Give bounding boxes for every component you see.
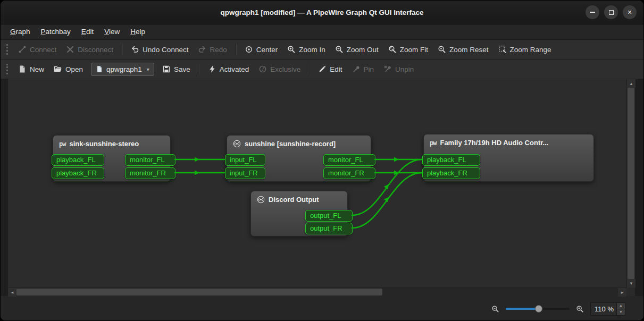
menu-patchbay[interactable]: Patchbay [36, 24, 76, 39]
pipewire-icon: pw [430, 139, 436, 147]
toolbar-drag-handle[interactable] [6, 64, 8, 74]
vertical-scrollbar-thumb[interactable] [628, 88, 634, 279]
connect-label: Connect [30, 46, 56, 54]
toolbar-separator [122, 44, 122, 55]
port-output-fl[interactable]: output_FL [305, 210, 353, 222]
patchbay-file-icon [96, 65, 103, 73]
port-monitor-fl[interactable]: monitor_FL [125, 154, 175, 166]
port-input-fr[interactable]: input_FR [225, 167, 265, 179]
toolbar-drag-handle[interactable] [6, 44, 8, 55]
disconnect-icon [66, 45, 74, 54]
activated-button[interactable]: Activated [203, 62, 254, 76]
zoom-in-button[interactable]: Zoom In [282, 43, 330, 56]
zoom-reset-button[interactable]: Zoom Reset [433, 43, 494, 56]
patchbay-selector-label: qpwgraph1 [106, 65, 142, 73]
port-output-fr[interactable]: output_FR [305, 223, 353, 234]
zoom-range-button[interactable]: Zoom Range [494, 43, 556, 56]
port-playback-fl[interactable]: playback_FL [52, 154, 104, 166]
scroll-up-button[interactable]: ▴ [627, 79, 635, 88]
node-title: Family 17h/19h HD Audio Contr... [440, 139, 548, 147]
node-header: pw Family 17h/19h HD Audio Contr... [424, 134, 593, 147]
menu-edit[interactable]: Edit [76, 24, 99, 39]
app-window: qpwgraph1 [modified] — A PipeWire Graph … [0, 0, 644, 321]
new-label: New [30, 65, 44, 73]
scroll-down-button[interactable]: ▾ [627, 279, 635, 288]
new-button[interactable]: New [13, 62, 49, 76]
close-icon: × [628, 9, 632, 16]
disconnect-label: Disconnect [78, 46, 113, 54]
exclusive-label: Exclusive [270, 65, 300, 73]
exclusive-circle-f-icon: f [258, 65, 267, 73]
maximize-icon [609, 10, 614, 15]
node-discord-output[interactable]: Discord Output output_FL output_FR [250, 191, 348, 236]
pin-label: Pin [364, 65, 374, 73]
zoom-fit-button[interactable]: Zoom Fit [383, 43, 433, 56]
spinbox-arrows: ▲ ▼ [616, 303, 625, 315]
pipewire-icon: pw [59, 140, 65, 148]
lightning-bolt-icon [208, 65, 216, 73]
node-sink-sunshine-stereo[interactable]: pw sink-sunshine-stereo playback_FL play… [53, 135, 171, 182]
record-stream-icon [233, 140, 241, 148]
node-family-hd-audio-controller[interactable]: pw Family 17h/19h HD Audio Contr... play… [423, 134, 594, 182]
zoom-slider[interactable] [506, 305, 570, 312]
node-header: pw sink-sunshine-stereo [53, 136, 170, 148]
toolbar-separator [236, 44, 236, 55]
zoom-in-icon[interactable] [576, 305, 584, 313]
save-button[interactable]: Save [157, 62, 195, 76]
undo-connect-label: Undo Connect [143, 46, 188, 54]
zoom-out-label: Zoom Out [347, 46, 379, 54]
redo-arrow-icon [198, 45, 206, 54]
toolbar-separator [199, 63, 199, 75]
patchbay-selector-dropdown[interactable]: qpwgraph1 ▾ [91, 63, 154, 76]
node-header: Discord Output [251, 191, 347, 204]
scroll-right-button[interactable]: ▸ [618, 288, 626, 297]
zoom-slider-handle[interactable] [535, 305, 542, 312]
node-header: sunshine [sunshine-record] [227, 136, 371, 148]
menu-graph[interactable]: Graph [5, 24, 36, 39]
scroll-right-icon: ▸ [621, 290, 624, 295]
activated-label: Activated [220, 65, 249, 73]
close-button[interactable]: × [623, 5, 637, 19]
zoom-percent-spinbox[interactable]: 110 % ▲ ▼ [590, 302, 625, 316]
zoom-reset-label: Zoom Reset [449, 46, 489, 54]
chevron-down-icon: ▾ [147, 66, 149, 72]
save-floppy-icon [162, 65, 171, 73]
titlebar[interactable]: qpwgraph1 [modified] — A PipeWire Graph … [1, 1, 643, 24]
vertical-scrollbar[interactable]: ▴ ▾ [626, 79, 635, 288]
edit-pencil-icon [318, 65, 327, 73]
pin-icon [352, 65, 361, 73]
undo-connect-button[interactable]: Undo Connect [126, 43, 193, 56]
menu-view[interactable]: View [99, 24, 125, 39]
port-monitor-fl[interactable]: monitor_FL [323, 154, 375, 166]
edit-button[interactable]: Edit [313, 62, 347, 76]
port-playback-fr[interactable]: playback_FR [52, 167, 104, 179]
port-playback-fr[interactable]: playback_FR [422, 167, 480, 179]
minimize-button[interactable] [586, 5, 599, 19]
open-button[interactable]: Open [49, 62, 88, 76]
connect-icon [18, 45, 27, 54]
scroll-down-icon: ▾ [630, 281, 633, 286]
minimize-icon [590, 12, 595, 13]
maximize-button[interactable] [604, 5, 618, 19]
center-button[interactable]: Center [240, 43, 283, 56]
horizontal-scrollbar-thumb[interactable] [16, 289, 382, 295]
scroll-left-button[interactable]: ◂ [8, 288, 16, 297]
zoom-fit-label: Zoom Fit [400, 46, 428, 54]
port-playback-fl[interactable]: playback_FL [422, 154, 480, 166]
spin-up-button[interactable]: ▲ [617, 303, 625, 309]
menu-help[interactable]: Help [125, 24, 150, 39]
toolbar-separator [309, 63, 310, 75]
horizontal-scrollbar[interactable]: ◂ ▸ [8, 288, 626, 296]
zoom-out-icon[interactable] [491, 305, 499, 313]
port-monitor-fr[interactable]: monitor_FR [323, 167, 375, 179]
unpin-label: Unpin [395, 65, 414, 73]
spin-down-button[interactable]: ▼ [617, 309, 625, 315]
port-input-fl[interactable]: input_FL [225, 154, 265, 166]
node-sunshine-record[interactable]: sunshine [sunshine-record] input_FL inpu… [227, 135, 371, 182]
graph-canvas[interactable]: pw sink-sunshine-stereo playback_FL play… [8, 79, 626, 288]
zoom-out-button[interactable]: Zoom Out [330, 43, 383, 56]
statusbar: 110 % ▲ ▼ [1, 296, 643, 321]
menubar: Graph Patchbay Edit View Help [1, 24, 643, 40]
connect-button: Connect [13, 43, 61, 56]
port-monitor-fr[interactable]: monitor_FR [125, 167, 175, 179]
